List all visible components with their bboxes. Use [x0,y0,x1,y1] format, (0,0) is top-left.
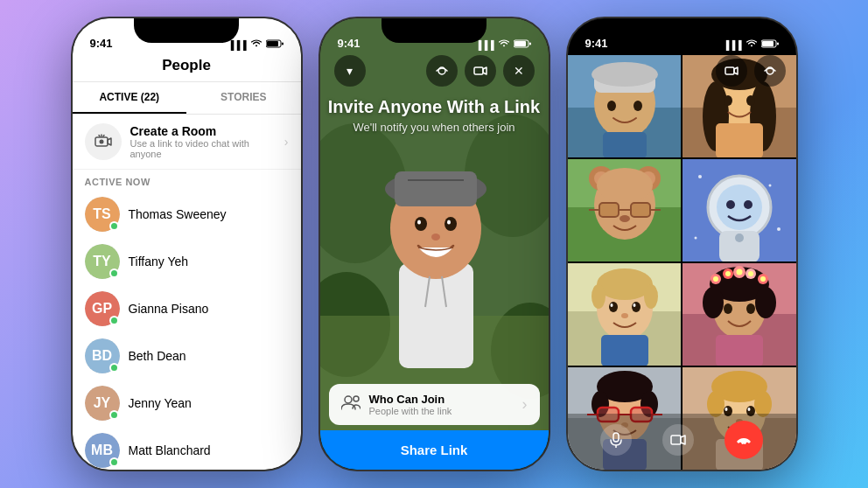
contact-name: Jenny Yean [129,396,192,410]
group-camera-button[interactable] [716,55,747,87]
svg-rect-66 [599,203,619,217]
online-indicator [109,221,119,231]
media-buttons: ✕ [426,55,535,87]
svg-marker-143 [681,436,685,444]
video-camera-button[interactable] [465,55,496,87]
svg-point-21 [417,220,421,225]
svg-point-109 [737,269,743,275]
svg-point-75 [777,227,780,231]
svg-point-81 [744,200,752,209]
call-controls-top: ▾ ✕ [320,55,549,87]
svg-rect-57 [716,123,763,157]
signal-icon-3: ▐▐▐ [723,40,741,50]
wifi-icon-3 [746,39,758,50]
video-toggle-button[interactable] [662,424,694,456]
avatar: BD [85,338,120,373]
svg-rect-15 [399,263,473,368]
who-can-join-title: Who Can Join [369,393,514,406]
group-camera-switch-button[interactable] [754,55,786,87]
list-item[interactable]: GP Gianna Pisano [73,285,301,332]
svg-point-33 [345,396,352,403]
svg-point-113 [746,303,755,314]
chevron-down-button[interactable]: ▾ [334,55,366,87]
contact-name: Beth Dean [129,349,186,363]
group-call-controls-top [568,55,796,87]
list-item[interactable]: TY Tiffany Yeh [73,238,301,285]
svg-rect-29 [529,43,531,45]
notch-2 [382,18,486,43]
contact-name: Matt Blanchard [129,443,211,457]
online-indicator [109,268,119,278]
svg-rect-38 [725,67,734,74]
group-icon [341,394,360,415]
svg-point-34 [354,396,359,401]
signal-icon-2: ▐▐▐ [475,40,494,50]
tab-stories[interactable]: STORIES [186,82,301,114]
online-indicator [109,457,119,467]
svg-point-55 [724,95,732,106]
camera-switch-button[interactable] [426,55,458,87]
list-item[interactable]: MB Matt Blanchard [73,427,301,470]
list-item[interactable]: TS Thomas Sweeney [73,191,301,238]
create-room-chevron: › [284,135,289,149]
svg-rect-114 [716,335,763,366]
list-item[interactable]: BD Beth Dean [73,332,301,380]
video-grid [568,55,796,470]
invite-subtitle: We'll notify you when others join [320,121,549,134]
tab-active[interactable]: ACTIVE (22) [73,82,187,114]
who-can-join-text: Who Can Join People with the link [369,393,514,416]
phone-3-screen: 9:41 ▐▐▐ [568,18,796,470]
svg-point-90 [609,302,618,312]
signal-icon: ▐▐▐ [228,40,246,50]
svg-line-7 [99,136,100,137]
svg-point-92 [610,303,612,307]
share-link-button[interactable]: Share Link [320,430,549,470]
close-button[interactable]: ✕ [503,55,535,87]
who-can-join-sub: People with the link [369,406,514,416]
contact-name: Gianna Pisano [129,302,209,316]
svg-line-8 [103,136,104,137]
svg-point-20 [444,217,457,231]
svg-point-73 [698,175,702,178]
avatar: JY [85,386,120,421]
create-room-item[interactable]: Create a Room Use a link to video chat w… [73,115,301,170]
video-cell-3 [568,159,682,261]
svg-rect-140 [613,433,619,442]
svg-point-79 [717,185,762,230]
battery-icon-2 [514,39,531,50]
create-room-sub: Use a link to video chat with anyone [130,138,276,159]
svg-point-23 [431,234,440,241]
status-bar-3: 9:41 ▐▐▐ [568,18,796,55]
svg-rect-28 [514,41,526,46]
phone-1-screen: 9:41 ▐▐▐ [73,18,301,470]
svg-point-107 [713,276,718,282]
notch-1 [134,18,239,43]
svg-point-65 [597,168,653,203]
svg-point-56 [746,95,755,106]
list-item[interactable]: JY Jenny Yean [73,380,301,427]
room-icon [85,123,122,160]
mic-button[interactable] [600,424,632,456]
video-cell-5 [568,263,682,366]
status-time-1: 9:41 [90,37,113,50]
svg-rect-48 [603,132,647,157]
status-time-3: 9:41 [585,37,608,50]
end-call-button[interactable] [724,421,763,459]
people-tabs[interactable]: ACTIVE (22) STORIES [73,82,301,115]
svg-marker-32 [483,67,486,74]
people-title: People [73,57,301,74]
svg-point-111 [760,276,766,282]
wifi-icon [250,39,262,50]
phone-2-screen: 9:41 ▐▐▐ [320,18,549,470]
status-icons-3: ▐▐▐ [723,39,778,50]
group-call-bottom-bar [568,414,796,470]
who-can-join-row[interactable]: Who Can Join People with the link › [329,384,540,425]
phone-2: 9:41 ▐▐▐ [318,17,550,471]
status-time-2: 9:41 [338,37,360,50]
svg-point-108 [725,271,731,276]
svg-point-19 [415,217,427,231]
people-header: People [73,55,301,82]
svg-point-100 [703,287,724,318]
online-indicator [109,316,119,325]
svg-point-47 [634,101,642,111]
